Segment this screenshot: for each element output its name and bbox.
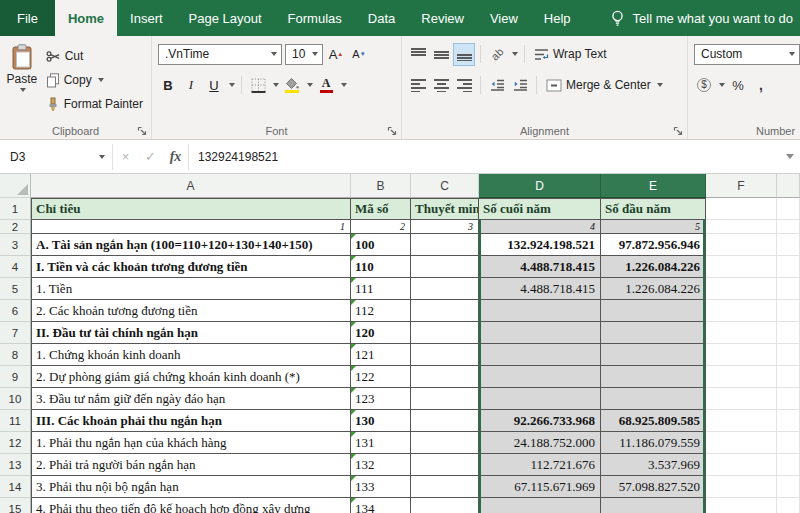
cell-extra-15[interactable] <box>777 498 800 513</box>
bold-button[interactable]: B <box>158 75 178 96</box>
orientation-caret[interactable] <box>512 52 518 56</box>
cell-F4[interactable] <box>706 256 777 278</box>
align-center-button[interactable] <box>431 75 451 96</box>
insert-function-icon[interactable]: fx <box>163 149 188 165</box>
row-header-6[interactable]: 6 <box>0 300 31 322</box>
cell-D4[interactable]: 4.488.718.415 <box>479 256 601 278</box>
cell-E8[interactable] <box>601 344 706 366</box>
cell-E9[interactable] <box>601 366 706 388</box>
accounting-format-caret[interactable] <box>719 83 725 87</box>
cell-extra-9[interactable] <box>777 366 800 388</box>
cell-E15[interactable] <box>601 498 706 513</box>
cell-C13[interactable] <box>411 454 479 476</box>
cell-A13[interactable]: 2. Phải trả người bán ngắn hạn <box>31 454 351 476</box>
cell-extra-5[interactable] <box>777 278 800 300</box>
cell-C9[interactable] <box>411 366 479 388</box>
row-header-1[interactable]: 1 <box>0 198 31 220</box>
number-format-select[interactable]: Custom <box>694 44 800 65</box>
align-right-button[interactable] <box>454 75 474 96</box>
cell-D9[interactable] <box>479 366 601 388</box>
row-header-10[interactable]: 10 <box>0 388 31 410</box>
tab-formulas[interactable]: Formulas <box>275 0 355 36</box>
row-header-14[interactable]: 14 <box>0 476 31 498</box>
tab-insert[interactable]: Insert <box>117 0 176 36</box>
cell-D12[interactable]: 24.188.752.000 <box>479 432 601 454</box>
cell-B5[interactable]: 111 <box>351 278 411 300</box>
cell-C2[interactable]: 3 <box>411 220 479 234</box>
tab-home[interactable]: Home <box>55 0 117 36</box>
cell-F9[interactable] <box>706 366 777 388</box>
column-header-B[interactable]: B <box>351 174 411 198</box>
cell-C8[interactable] <box>411 344 479 366</box>
cell-F13[interactable] <box>706 454 777 476</box>
cell-D8[interactable] <box>479 344 601 366</box>
cell-D6[interactable] <box>479 300 601 322</box>
cut-button[interactable]: Cut <box>43 45 146 67</box>
cell-C12[interactable] <box>411 432 479 454</box>
cell-B7[interactable]: 120 <box>351 322 411 344</box>
cell-A9[interactable]: 2. Dự phòng giảm giá chứng khoán kinh do… <box>31 366 351 388</box>
cell-C1[interactable]: Thuyết minh <box>411 198 479 220</box>
font-color-caret[interactable] <box>341 83 347 87</box>
cell-B15[interactable]: 134 <box>351 498 411 513</box>
cell-E7[interactable] <box>601 322 706 344</box>
cell-C7[interactable] <box>411 322 479 344</box>
borders-caret[interactable] <box>273 83 279 87</box>
cell-E2[interactable]: 5 <box>601 220 706 234</box>
format-painter-button[interactable]: Format Painter <box>43 93 146 115</box>
cell-F2[interactable] <box>706 220 777 234</box>
top-align-button[interactable] <box>408 44 428 65</box>
align-left-button[interactable] <box>408 75 428 96</box>
cell-E3[interactable]: 97.872.956.946 <box>601 234 706 256</box>
cell-C6[interactable] <box>411 300 479 322</box>
row-header-13[interactable]: 13 <box>0 454 31 476</box>
cell-F15[interactable] <box>706 498 777 513</box>
cell-E6[interactable] <box>601 300 706 322</box>
cell-extra-12[interactable] <box>777 432 800 454</box>
cell-C10[interactable] <box>411 388 479 410</box>
cell-F12[interactable] <box>706 432 777 454</box>
cell-extra-14[interactable] <box>777 476 800 498</box>
cell-A8[interactable]: 1. Chứng khoán kinh doanh <box>31 344 351 366</box>
column-header-F[interactable]: F <box>706 174 777 198</box>
cancel-icon[interactable]: × <box>113 149 138 164</box>
cell-B3[interactable]: 100 <box>351 234 411 256</box>
cell-D14[interactable]: 67.115.671.969 <box>479 476 601 498</box>
name-box-caret[interactable] <box>99 155 105 159</box>
cell-E14[interactable]: 57.098.827.520 <box>601 476 706 498</box>
cell-D11[interactable]: 92.266.733.968 <box>479 410 601 432</box>
tell-me-search[interactable]: Tell me what you want to do <box>610 0 793 36</box>
fill-color-caret[interactable] <box>307 83 313 87</box>
cell-extra-11[interactable] <box>777 410 800 432</box>
alignment-dialog-launcher[interactable] <box>673 126 683 136</box>
percent-style-button[interactable]: % <box>728 75 748 96</box>
cell-A4[interactable]: I. Tiền và các khoản tương đương tiền <box>31 256 351 278</box>
cell-D2[interactable]: 4 <box>479 220 601 234</box>
cell-F3[interactable] <box>706 234 777 256</box>
cell-extra-8[interactable] <box>777 344 800 366</box>
cell-F5[interactable] <box>706 278 777 300</box>
cell-A15[interactable]: 4. Phải thu theo tiến độ kế hoạch hợp đồ… <box>31 498 351 513</box>
cell-F6[interactable] <box>706 300 777 322</box>
tab-view[interactable]: View <box>477 0 531 36</box>
tab-page-layout[interactable]: Page Layout <box>176 0 275 36</box>
cell-E4[interactable]: 1.226.084.226 <box>601 256 706 278</box>
cell-E12[interactable]: 11.186.079.559 <box>601 432 706 454</box>
cell-extra-3[interactable] <box>777 234 800 256</box>
cell-F7[interactable] <box>706 322 777 344</box>
decrease-font-button[interactable]: A▼ <box>349 44 369 65</box>
font-color-button[interactable]: A <box>316 75 336 96</box>
cell-extra-2[interactable] <box>777 220 800 234</box>
cell-B9[interactable]: 122 <box>351 366 411 388</box>
cell-C3[interactable] <box>411 234 479 256</box>
row-header-4[interactable]: 4 <box>0 256 31 278</box>
wrap-text-button[interactable]: Wrap Text <box>531 43 610 65</box>
italic-button[interactable]: I <box>181 75 201 96</box>
row-header-15[interactable]: 15 <box>0 498 31 513</box>
formula-bar-expand-button[interactable] <box>780 154 800 159</box>
select-all-button[interactable] <box>0 174 31 198</box>
column-header-C[interactable]: C <box>411 174 479 198</box>
row-header-12[interactable]: 12 <box>0 432 31 454</box>
cell-C14[interactable] <box>411 476 479 498</box>
cell-extra-1[interactable] <box>777 198 800 220</box>
